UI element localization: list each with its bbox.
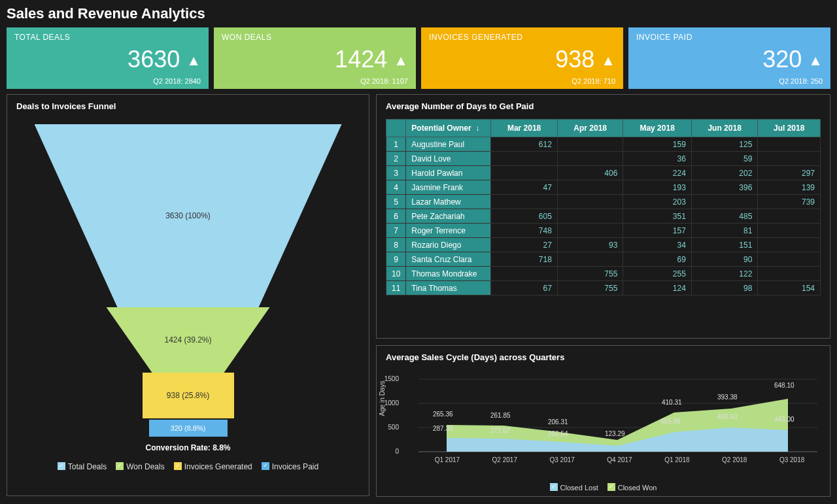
point-label: 123.29 (605, 430, 625, 437)
table-cell (557, 209, 623, 224)
table-row[interactable]: 4Jasmine Frank47193396139 (386, 180, 821, 195)
table-cell (491, 195, 558, 209)
table-cell (557, 180, 623, 195)
point-label: 393.38 (717, 394, 738, 401)
table-cell: 90 (691, 252, 758, 267)
legend-item[interactable]: ✓Total Deals (58, 462, 107, 471)
kpi-total-deals[interactable]: TOTAL DEALS 3630 ▲ Q2 2018: 2840 (7, 27, 209, 89)
table-cell: 351 (623, 209, 691, 224)
legend-item[interactable]: ✓Closed Won (607, 482, 657, 492)
table-cell: 124 (623, 281, 691, 295)
table-cell: 34 (623, 238, 691, 252)
x-tick: Q3 2017 (534, 456, 591, 481)
point-label: 287.38 (433, 425, 453, 432)
table-cell: 47 (491, 180, 558, 195)
days-table[interactable]: Potential Owner ↓Mar 2018Apr 2018May 201… (386, 119, 821, 295)
row-owner: David Love (406, 152, 491, 166)
table-cell: 159 (623, 137, 691, 152)
y-axis-label: Age in Days (379, 381, 386, 416)
funnel-legend: ✓Total Deals ✓Won Deals ✓Invoices Genera… (58, 462, 318, 471)
trend-up-icon: ▲ (601, 52, 615, 69)
row-owner: Augustine Paul (406, 137, 491, 152)
row-num: 9 (386, 252, 406, 267)
legend-item[interactable]: ✓Invoices Paid (262, 462, 318, 471)
table-cell: 203 (623, 195, 691, 209)
point-label: 203.54 (548, 430, 568, 437)
sort-icon: ↓ (475, 124, 479, 133)
legend-item[interactable]: ✓Invoices Generated (174, 462, 252, 471)
table-cell: 612 (491, 137, 558, 152)
panel-title: Average Number of Days to Get Paid (386, 101, 821, 111)
table-cell: 193 (623, 180, 691, 195)
kpi-row: TOTAL DEALS 3630 ▲ Q2 2018: 2840 WON DEA… (7, 27, 830, 89)
table-cell: 67 (491, 281, 558, 295)
kpi-value: 3630 ▲ (14, 48, 201, 71)
point-label: 410.31 (662, 399, 682, 406)
table-cell: 93 (557, 238, 623, 252)
panel-funnel: Deals to Invoices Funnel 3630 (100%) 142… (7, 94, 369, 496)
table-cell: 406 (557, 166, 623, 180)
table-cell (758, 224, 821, 238)
kpi-label: INVOICES GENERATED (429, 33, 615, 42)
row-owner: Santa Cruz Clara (406, 252, 491, 267)
table-cell: 396 (691, 180, 758, 195)
point-label: 206.31 (548, 418, 568, 426)
table-cell: 154 (758, 281, 821, 295)
kpi-won-deals[interactable]: WON DEALS 1424 ▲ Q2 2018: 1107 (214, 27, 416, 89)
trend-up-icon: ▲ (186, 52, 201, 69)
kpi-invoice-paid[interactable]: INVOICE PAID 320 ▲ Q2 2018: 250 (628, 27, 830, 89)
kpi-invoices-generated[interactable]: INVOICES GENERATED 938 ▲ Q2 2018: 710 (421, 27, 623, 89)
legend-item[interactable]: ✓Won Deals (116, 462, 164, 471)
table-row[interactable]: 1Augustine Paul612159125 (386, 137, 821, 152)
panel-area-chart: Average Sales Cycle (Days) across Quarte… (376, 345, 830, 497)
kpi-label: WON DEALS (222, 33, 408, 42)
table-cell: 125 (691, 137, 758, 152)
legend-item[interactable]: ✓Closed Lost (550, 482, 598, 492)
swatch-icon: ✓ (58, 462, 65, 470)
table-row[interactable]: 8Rozario Diego279334151 (386, 238, 821, 252)
table-header[interactable]: Jun 2018 (691, 120, 758, 137)
chart-legend: ✓Closed Lost ✓Closed Won (386, 482, 821, 492)
table-cell (758, 137, 821, 152)
table-cell: 98 (691, 281, 758, 295)
table-cell (491, 267, 558, 281)
table-row[interactable]: 6Pete Zachariah605351485 (386, 209, 821, 224)
table-row[interactable]: 7Roger Terrence74815781 (386, 224, 821, 238)
table-cell (557, 224, 623, 238)
row-owner: Thomas Mondrake (406, 267, 491, 281)
table-header[interactable]: Potential Owner ↓ (406, 120, 491, 137)
table-row[interactable]: 9Santa Cruz Clara7186990 (386, 252, 821, 267)
funnel-stage-won: 1424 (39.2%) (107, 307, 270, 373)
table-header[interactable]: May 2018 (623, 120, 691, 137)
table-header[interactable]: Jul 2018 (758, 120, 821, 137)
table-cell: 36 (623, 152, 691, 166)
row-owner: Harold Pawlan (406, 166, 491, 180)
funnel-chart[interactable]: 3630 (100%) 1424 (39.2%) 938 (25.8%) 320… (16, 124, 360, 471)
row-num: 3 (386, 166, 406, 180)
row-num: 4 (386, 180, 406, 195)
row-num: 8 (386, 238, 406, 252)
funnel-stage-total: 3630 (100%) (35, 124, 342, 307)
kpi-label: TOTAL DEALS (14, 33, 201, 42)
point-label: 443.00 (774, 416, 794, 423)
table-header[interactable]: Mar 2018 (491, 120, 558, 137)
table-row[interactable]: 10Thomas Mondrake755255122 (386, 267, 821, 281)
table-cell (758, 209, 821, 224)
table-row[interactable]: 2David Love3659 (386, 152, 821, 166)
x-tick: Q4 2017 (591, 456, 649, 481)
swatch-icon: ✓ (174, 462, 182, 470)
row-owner: Rozario Diego (406, 238, 491, 252)
table-row[interactable]: 11Tina Thomas6775512498154 (386, 281, 821, 295)
funnel-stage-invoices: 938 (25.8%) (143, 373, 234, 418)
x-tick: Q3 2018 (763, 456, 821, 481)
row-owner: Roger Terrence (406, 224, 491, 238)
area-chart[interactable]: Age in Days 1500 1000 500 0 (386, 370, 821, 481)
row-owner: Tina Thomas (406, 281, 491, 295)
table-cell: 718 (491, 252, 558, 267)
table-header[interactable]: Apr 2018 (557, 120, 623, 137)
point-label: 265.36 (433, 411, 453, 418)
table-row[interactable]: 3Harold Pawlan406224202297 (386, 166, 821, 180)
table-row[interactable]: 5Lazar Mathew203739 (386, 195, 821, 209)
x-tick: Q1 2017 (418, 456, 476, 481)
kpi-sub: Q2 2018: 2840 (14, 77, 201, 85)
